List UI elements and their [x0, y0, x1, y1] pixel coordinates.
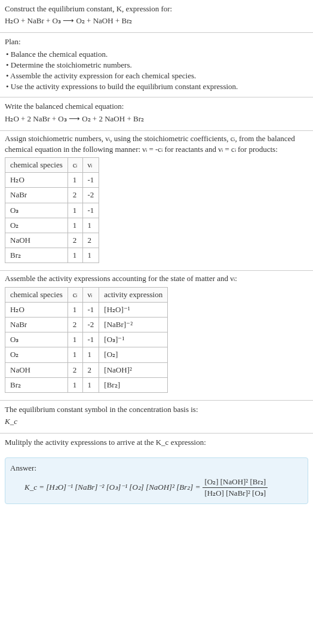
- stoich-intro: Assign stoichiometric numbers, νᵢ, using…: [5, 133, 308, 155]
- symbol-line1: The equilibrium constant symbol in the c…: [5, 404, 308, 415]
- stoich-table: chemical species cᵢ νᵢ H₂O1-1 NaBr2-2 O₃…: [5, 157, 99, 263]
- col-species: chemical species: [5, 287, 68, 302]
- table-row: NaBr2-2[NaBr]⁻²: [5, 317, 168, 332]
- cell-ci: 1: [67, 332, 82, 347]
- cell-species: O₂: [5, 347, 68, 362]
- cell-activity: [H₂O]⁻¹: [99, 302, 168, 317]
- cell-vi: -1: [82, 332, 99, 347]
- cell-ci: 2: [67, 362, 82, 377]
- table-row: O₃1-1[O₃]⁻¹: [5, 332, 168, 347]
- table-row: NaBr2-2: [5, 188, 99, 203]
- activity-intro: Assemble the activity expressions accoun…: [5, 273, 308, 284]
- section-plan: Plan: • Balance the chemical equation. •…: [0, 33, 313, 97]
- answer-label: Answer:: [10, 463, 303, 474]
- table-row: NaOH22: [5, 233, 99, 248]
- cell-species: Br₂: [5, 377, 68, 392]
- cell-species: O₃: [5, 203, 68, 218]
- table-row: H₂O1-1: [5, 173, 99, 188]
- cell-activity: [O₃]⁻¹: [99, 332, 168, 347]
- col-ci: cᵢ: [67, 287, 82, 302]
- prompt-equation: H₂O + NaBr + O₃ ⟶ O₂ + NaOH + Br₂: [5, 16, 308, 26]
- cell-ci: 1: [67, 203, 82, 218]
- cell-vi: -1: [82, 173, 99, 188]
- cell-species: NaOH: [5, 233, 68, 248]
- cell-activity: [NaBr]⁻²: [99, 317, 168, 332]
- plan-bullet-4: • Use the activity expressions to build …: [6, 81, 308, 92]
- section-balanced: Write the balanced chemical equation: H₂…: [0, 97, 313, 130]
- answer-box: Answer: K_c = [H₂O]⁻¹ [NaBr]⁻² [O₃]⁻¹ [O…: [5, 457, 308, 504]
- cell-species: H₂O: [5, 302, 68, 317]
- cell-vi: 1: [82, 377, 99, 392]
- cell-vi: 1: [82, 218, 99, 233]
- section-activity: Assemble the activity expressions accoun…: [0, 271, 313, 400]
- section-stoich: Assign stoichiometric numbers, νᵢ, using…: [0, 131, 313, 271]
- cell-ci: 2: [67, 317, 82, 332]
- table-row: Br₂11: [5, 248, 99, 263]
- cell-ci: 2: [67, 233, 82, 248]
- cell-species: O₃: [5, 332, 68, 347]
- balanced-equation: H₂O + 2 NaBr + O₃ ⟶ O₂ + 2 NaOH + Br₂: [5, 114, 308, 124]
- table-row: H₂O1-1[H₂O]⁻¹: [5, 302, 168, 317]
- section-multiply: Mulitply the activity expressions to arr…: [0, 434, 313, 454]
- section-symbol: The equilibrium constant symbol in the c…: [0, 401, 313, 433]
- cell-species: NaBr: [5, 317, 68, 332]
- cell-activity: [Br₂]: [99, 377, 168, 392]
- cell-species: Br₂: [5, 248, 68, 263]
- col-activity: activity expression: [99, 287, 168, 302]
- cell-activity: [NaOH]²: [99, 362, 168, 377]
- cell-ci: 2: [67, 188, 82, 203]
- plan-bullet-3: • Assemble the activity expression for e…: [6, 71, 308, 81]
- cell-vi: -1: [82, 203, 99, 218]
- kc-lead: K_c = [H₂O]⁻¹ [NaBr]⁻² [O₃]⁻¹ [O₂] [NaOH…: [24, 482, 200, 493]
- cell-vi: 2: [82, 362, 99, 377]
- cell-vi: -2: [82, 317, 99, 332]
- activity-table: chemical species cᵢ νᵢ activity expressi…: [5, 287, 168, 393]
- plan-bullet-1: • Balance the chemical equation.: [6, 49, 308, 60]
- symbol-kc: K_c: [5, 416, 308, 427]
- cell-vi: 2: [82, 233, 99, 248]
- plan-bullet-2: • Determine the stoichiometric numbers.: [6, 60, 308, 71]
- cell-activity: [O₂]: [99, 347, 168, 362]
- cell-ci: 1: [67, 302, 82, 317]
- cell-species: O₂: [5, 218, 68, 233]
- kc-denominator: [H₂O] [NaBr]² [O₃]: [202, 488, 268, 499]
- plan-title: Plan:: [5, 36, 308, 47]
- multiply-line: Mulitply the activity expressions to arr…: [5, 437, 308, 448]
- col-ci: cᵢ: [67, 158, 82, 173]
- cell-ci: 1: [67, 173, 82, 188]
- table-row: O₂11: [5, 218, 99, 233]
- prompt-line1: Construct the equilibrium constant, K, e…: [5, 4, 308, 14]
- balanced-title: Write the balanced chemical equation:: [5, 101, 308, 112]
- table-row: O₂11[O₂]: [5, 347, 168, 362]
- col-vi: νᵢ: [82, 287, 99, 302]
- col-species: chemical species: [5, 158, 68, 173]
- col-vi: νᵢ: [82, 158, 99, 173]
- cell-vi: -2: [82, 188, 99, 203]
- cell-ci: 1: [67, 347, 82, 362]
- cell-vi: -1: [82, 302, 99, 317]
- kc-fraction: [O₂] [NaOH]² [Br₂] [H₂O] [NaBr]² [O₃]: [202, 477, 268, 499]
- cell-vi: 1: [82, 248, 99, 263]
- cell-ci: 1: [67, 248, 82, 263]
- kc-expression: K_c = [H₂O]⁻¹ [NaBr]⁻² [O₃]⁻¹ [O₂] [NaOH…: [24, 477, 303, 499]
- table-row: O₃1-1: [5, 203, 99, 218]
- kc-numerator: [O₂] [NaOH]² [Br₂]: [202, 477, 268, 488]
- cell-species: NaOH: [5, 362, 68, 377]
- cell-ci: 1: [67, 218, 82, 233]
- table-header-row: chemical species cᵢ νᵢ: [5, 158, 99, 173]
- cell-species: NaBr: [5, 188, 68, 203]
- cell-ci: 1: [67, 377, 82, 392]
- cell-species: H₂O: [5, 173, 68, 188]
- table-row: NaOH22[NaOH]²: [5, 362, 168, 377]
- section-prompt: Construct the equilibrium constant, K, e…: [0, 0, 313, 32]
- table-header-row: chemical species cᵢ νᵢ activity expressi…: [5, 287, 168, 302]
- cell-vi: 1: [82, 347, 99, 362]
- table-row: Br₂11[Br₂]: [5, 377, 168, 392]
